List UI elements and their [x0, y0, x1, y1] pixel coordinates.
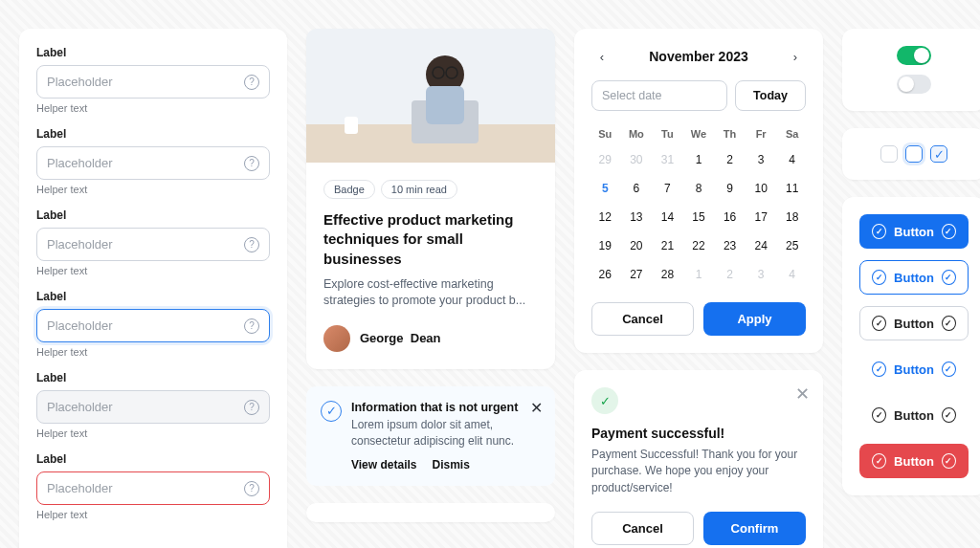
text-input[interactable]: ? [36, 309, 270, 342]
text-input[interactable]: ? [36, 390, 270, 424]
button-outline-primary[interactable]: ✓Button✓ [859, 260, 969, 295]
calendar-day[interactable]: 13 [623, 205, 651, 230]
calendar-weekday: Sa [778, 124, 806, 143]
help-circle-icon[interactable]: ? [244, 318, 259, 334]
svg-rect-7 [345, 117, 358, 134]
button-ghost[interactable]: ✓Button✓ [859, 398, 969, 432]
apply-button[interactable]: Apply [703, 302, 806, 336]
text-input[interactable]: ? [36, 471, 270, 505]
calendar-day[interactable]: 1 [685, 262, 713, 287]
helper-text: Helper text [36, 427, 270, 439]
calendar-day[interactable]: 4 [778, 262, 806, 287]
input-field[interactable] [37, 310, 244, 341]
checkbox-card: ✓ [842, 128, 980, 180]
checkbox-unchecked[interactable] [880, 145, 898, 163]
calendar-day[interactable]: 28 [654, 262, 681, 287]
today-button[interactable]: Today [735, 80, 806, 111]
payment-title: Payment successful! [591, 426, 806, 441]
button-primary[interactable]: ✓Button✓ [859, 214, 969, 249]
checkbox-checked[interactable]: ✓ [930, 145, 947, 163]
calendar-day[interactable]: 15 [685, 205, 713, 230]
payment-text: Payment Successful! Thank you for your p… [591, 447, 806, 496]
calendar-day[interactable]: 1 [685, 147, 713, 172]
chevron-left-icon[interactable]: ‹ [591, 46, 612, 67]
author-name: George Dean [360, 331, 441, 345]
article-image [306, 29, 555, 163]
help-circle-icon[interactable]: ? [244, 400, 259, 415]
calendar-day[interactable]: 21 [654, 233, 681, 258]
button-ghost-primary[interactable]: ✓Button✓ [859, 352, 969, 386]
calendar-day[interactable]: 12 [591, 205, 619, 230]
calendar-day[interactable]: 19 [591, 233, 619, 258]
help-circle-icon[interactable]: ? [244, 481, 259, 496]
calendar-day[interactable]: 29 [591, 147, 619, 172]
calendar-day[interactable]: 9 [716, 176, 744, 201]
input-field[interactable] [37, 229, 244, 260]
dismiss-link[interactable]: Dismis [432, 458, 469, 471]
text-input[interactable]: ? [36, 65, 270, 99]
text-input[interactable]: ? [36, 228, 270, 261]
input-field[interactable] [37, 66, 244, 98]
select-date-input[interactable]: Select date [591, 80, 727, 111]
calendar-day[interactable]: 4 [778, 147, 806, 172]
button-danger[interactable]: ✓Button✓ [859, 444, 969, 478]
calendar-weekday: Su [591, 124, 619, 143]
toggle-off[interactable] [897, 75, 931, 94]
calendar-day[interactable]: 22 [685, 233, 713, 258]
help-circle-icon[interactable]: ? [244, 75, 259, 90]
calendar-day[interactable]: 26 [591, 262, 619, 287]
cancel-button[interactable]: Cancel [591, 512, 694, 545]
calendar-day[interactable]: 24 [747, 233, 775, 258]
cancel-button[interactable]: Cancel [591, 302, 694, 336]
calendar-day[interactable]: 18 [778, 205, 806, 230]
svg-rect-4 [426, 86, 464, 124]
check-circle-icon: ✓ [872, 316, 886, 331]
text-input[interactable]: ? [36, 146, 270, 180]
confirm-button[interactable]: Confirm [703, 512, 806, 545]
calendar-day[interactable]: 7 [654, 176, 681, 201]
calendar-day[interactable]: 3 [747, 262, 775, 287]
calendar-day[interactable]: 30 [623, 147, 651, 172]
article-card: Badge 10 min read Effective product mark… [306, 29, 555, 369]
calendar-day[interactable]: 5 [591, 176, 619, 201]
calendar-day[interactable]: 2 [716, 262, 744, 287]
calendar-day[interactable]: 23 [716, 233, 744, 258]
calendar-day[interactable]: 3 [747, 147, 775, 172]
calendar-day[interactable]: 11 [778, 176, 806, 201]
chevron-right-icon[interactable]: › [785, 46, 806, 67]
input-field[interactable] [37, 391, 244, 423]
calendar-day[interactable]: 25 [778, 233, 806, 258]
buttons-card: ✓Button✓ ✓Button✓ ✓Button✓ ✓Button✓ ✓But… [842, 197, 980, 495]
checkbox-focused[interactable] [905, 145, 923, 163]
help-circle-icon[interactable]: ? [244, 237, 259, 252]
toggle-on[interactable] [897, 46, 931, 65]
calendar-weekday: Tu [654, 124, 681, 143]
calendar-day[interactable]: 10 [747, 176, 775, 201]
calendar-day[interactable]: 14 [654, 205, 681, 230]
help-circle-icon[interactable]: ? [244, 156, 259, 171]
calendar-day[interactable]: 8 [685, 176, 713, 201]
calendar-weekday: Mo [623, 124, 651, 143]
button-outline[interactable]: ✓Button✓ [859, 306, 969, 340]
calendar-day[interactable]: 31 [654, 147, 681, 172]
close-icon[interactable]: ✕ [530, 399, 543, 417]
calendar-day[interactable]: 6 [623, 176, 651, 201]
calendar-day[interactable]: 17 [747, 205, 775, 230]
calendar-day[interactable]: 20 [623, 233, 651, 258]
author-avatar [323, 325, 350, 352]
view-details-link[interactable]: View details [351, 458, 416, 471]
check-circle-icon: ✓ [872, 453, 886, 469]
calendar-day[interactable]: 16 [716, 205, 744, 230]
article-subtitle: Explore cost-effective marketing strateg… [323, 276, 538, 310]
input-field[interactable] [37, 147, 244, 179]
close-icon[interactable]: ✕ [795, 384, 810, 405]
calendar-day[interactable]: 2 [716, 147, 744, 172]
calendar-weekday: Fr [747, 124, 775, 143]
helper-text: Helper text [36, 346, 270, 358]
input-field[interactable] [37, 472, 244, 504]
calendar-day[interactable]: 27 [623, 262, 651, 287]
article-title: Effective product marketing techniques f… [323, 210, 538, 269]
check-circle-icon: ✓ [942, 453, 956, 469]
calendar-weekday: Th [716, 124, 744, 143]
read-time-badge: 10 min read [381, 180, 457, 199]
